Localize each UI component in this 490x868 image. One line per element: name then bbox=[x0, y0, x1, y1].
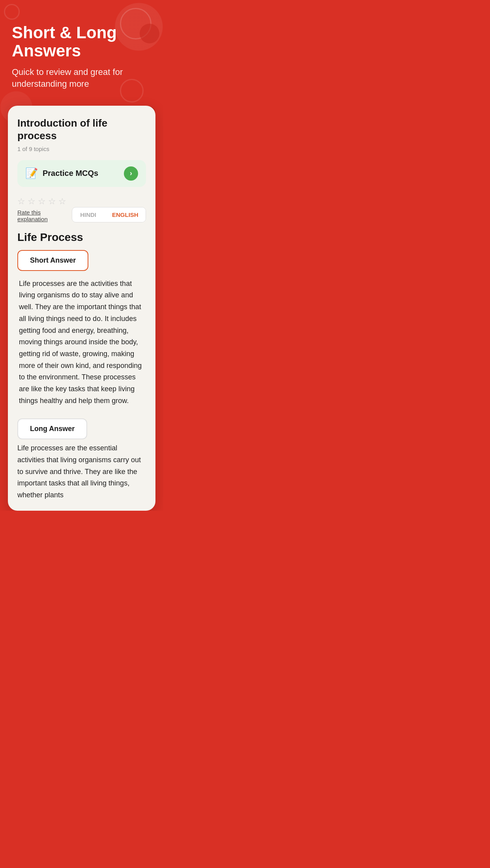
mcq-label: Practice MCQs bbox=[43, 169, 98, 178]
short-answer-tab[interactable]: Short Answer bbox=[17, 250, 88, 271]
language-toggle: HINDI ENGLISH bbox=[72, 207, 146, 222]
star-4[interactable]: ☆ bbox=[48, 196, 56, 207]
star-1[interactable]: ☆ bbox=[17, 196, 25, 207]
long-answer-tab[interactable]: Long Answer bbox=[17, 418, 87, 439]
star-3[interactable]: ☆ bbox=[38, 196, 46, 207]
section-heading: Life Process bbox=[17, 231, 146, 244]
topic-title: Introduction of life process bbox=[17, 117, 146, 142]
lang-english-button[interactable]: ENGLISH bbox=[104, 207, 146, 222]
rating-language-row: ☆ ☆ ☆ ☆ ☆ Rate this explanation HINDI EN… bbox=[17, 196, 146, 222]
main-card: Introduction of life process 1 of 9 topi… bbox=[8, 106, 155, 511]
page-title: Short & Long Answers bbox=[12, 24, 151, 60]
header: Short & Long Answers Quick to review and… bbox=[0, 0, 163, 102]
topic-progress: 1 of 9 topics bbox=[17, 146, 146, 152]
long-answer-content: Life processes are the essential activit… bbox=[17, 439, 146, 501]
stars-row[interactable]: ☆ ☆ ☆ ☆ ☆ bbox=[17, 196, 72, 207]
lang-hindi-button[interactable]: HINDI bbox=[72, 207, 104, 222]
star-2[interactable]: ☆ bbox=[28, 196, 36, 207]
mcq-left: 📝 Practice MCQs bbox=[25, 167, 98, 179]
short-answer-content: Life processes are the activities that l… bbox=[17, 270, 146, 411]
rating-section: ☆ ☆ ☆ ☆ ☆ Rate this explanation bbox=[17, 196, 72, 222]
short-answer-section: Short Answer Life processes are the acti… bbox=[17, 250, 146, 411]
rate-label[interactable]: Rate this explanation bbox=[17, 209, 72, 222]
star-5[interactable]: ☆ bbox=[58, 196, 66, 207]
long-answer-section: Long Answer Life processes are the essen… bbox=[17, 418, 146, 501]
mcq-arrow-icon: › bbox=[124, 166, 138, 181]
mcq-icon: 📝 bbox=[25, 167, 38, 179]
practice-mcq-button[interactable]: 📝 Practice MCQs › bbox=[17, 160, 146, 187]
page-subtitle: Quick to review and great for understand… bbox=[12, 66, 151, 90]
